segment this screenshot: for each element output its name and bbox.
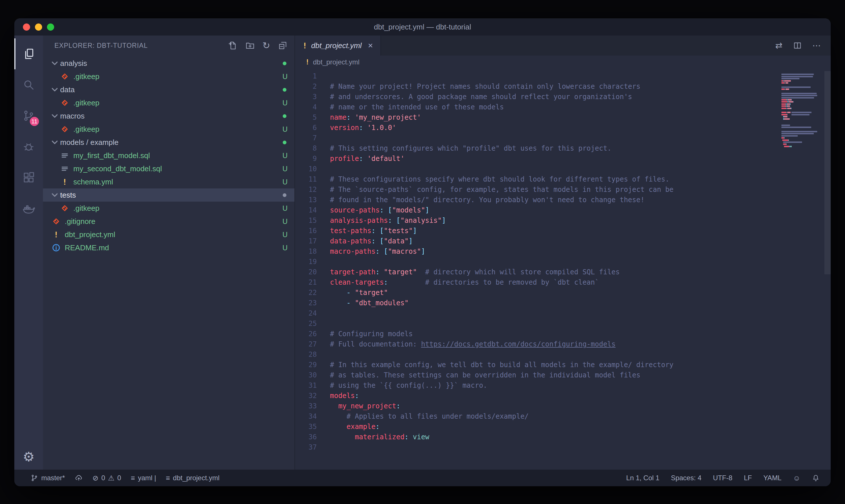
tree-file--gitignore[interactable]: .gitignoreU bbox=[43, 215, 294, 228]
code-line: 19 bbox=[295, 256, 831, 267]
line-number: 33 bbox=[295, 402, 319, 410]
tree-item-label: dbt_project.yml bbox=[65, 230, 115, 239]
code-line: 27# Full documentation: https://docs.get… bbox=[295, 339, 831, 349]
code-line: 23 - "dbt_modules" bbox=[295, 298, 831, 308]
tab-dbt-project-yml[interactable]: ! dbt_project.yml × bbox=[295, 36, 381, 56]
tree-file-my-second-dbt-model-sql[interactable]: my_second_dbt_model.sqlU bbox=[43, 162, 294, 175]
extensions-icon bbox=[22, 171, 35, 184]
code-line: 24 bbox=[295, 308, 831, 319]
line-number: 11 bbox=[295, 175, 319, 183]
editor-scrollbar[interactable] bbox=[824, 71, 831, 274]
activity-docker-button[interactable] bbox=[14, 193, 43, 224]
files-icon bbox=[23, 47, 36, 60]
code-line: 2# Name your project! Project names shou… bbox=[295, 81, 831, 92]
line-number: 31 bbox=[295, 381, 319, 390]
line-number: 8 bbox=[295, 144, 319, 152]
line-number: 7 bbox=[295, 134, 319, 142]
tree-file-readme-md[interactable]: README.mdU bbox=[43, 241, 294, 254]
line-number: 30 bbox=[295, 371, 319, 379]
line-number: 37 bbox=[295, 443, 319, 451]
minimap[interactable] bbox=[781, 72, 821, 150]
file-tree: analysis.gitkeepUdata.gitkeepUmacros.git… bbox=[43, 56, 294, 470]
tree-file-schema-yml[interactable]: !schema.ymlU bbox=[43, 175, 294, 188]
code-line: 11# These configurations specify where d… bbox=[295, 174, 831, 184]
line-number: 22 bbox=[295, 289, 319, 297]
more-actions-icon[interactable]: ⋯ bbox=[812, 41, 821, 50]
tree-item-label: analysis bbox=[60, 59, 87, 68]
tree-folder-data[interactable]: data bbox=[43, 83, 294, 96]
sql-file-icon bbox=[60, 151, 69, 160]
settings-button[interactable]: ⚙ bbox=[14, 444, 43, 470]
tree-file--gitkeep[interactable]: .gitkeepU bbox=[43, 96, 294, 109]
tree-item-label: models / example bbox=[60, 138, 119, 147]
tree-file-dbt-project-yml[interactable]: !dbt_project.ymlU bbox=[43, 228, 294, 241]
code-line: 37 bbox=[295, 442, 831, 452]
active-file-status-item[interactable]: ≡ dbt_project.yml bbox=[166, 474, 219, 482]
activity-explorer-button[interactable] bbox=[14, 38, 43, 69]
close-window-button[interactable] bbox=[23, 23, 30, 31]
code-editor[interactable]: 12# Name your project! Project names sho… bbox=[295, 69, 831, 470]
tree-folder-models-example[interactable]: models / example bbox=[43, 136, 294, 149]
tree-file--gitkeep[interactable]: .gitkeepU bbox=[43, 70, 294, 83]
code-line: 12# The `source-paths` config, for examp… bbox=[295, 184, 831, 195]
line-number: 14 bbox=[295, 206, 319, 214]
line-number: 23 bbox=[295, 299, 319, 307]
activity-source-control-button[interactable]: 11 bbox=[14, 100, 43, 131]
feedback-smiley-icon[interactable]: ☺ bbox=[793, 474, 800, 482]
problems-indicator[interactable]: ⊘ 0 ⚠ 0 bbox=[92, 474, 121, 482]
git-status-dot bbox=[283, 61, 286, 65]
zoom-window-button[interactable] bbox=[47, 23, 54, 31]
breadcrumb[interactable]: ! dbt_project.yml bbox=[295, 56, 831, 69]
yaml-warning-icon: ! bbox=[303, 41, 307, 50]
tree-folder-tests[interactable]: tests bbox=[43, 188, 294, 202]
git-file-icon bbox=[52, 217, 61, 226]
tree-folder-macros[interactable]: macros bbox=[43, 109, 294, 123]
code-line: 4# name or the intended use of these mod… bbox=[295, 102, 831, 112]
git-status-badge: U bbox=[283, 125, 288, 133]
new-folder-button[interactable] bbox=[245, 41, 255, 50]
activity-debug-button[interactable] bbox=[14, 131, 43, 162]
refresh-button[interactable]: ↻ bbox=[263, 41, 270, 50]
open-changes-icon[interactable]: ⇄ bbox=[775, 41, 783, 50]
line-number: 6 bbox=[295, 124, 319, 132]
tree-folder-analysis[interactable]: analysis bbox=[43, 57, 294, 70]
tree-file-my-first-dbt-model-sql[interactable]: my_first_dbt_model.sqlU bbox=[43, 149, 294, 162]
close-tab-icon[interactable]: × bbox=[368, 41, 373, 50]
git-file-icon bbox=[60, 98, 69, 107]
activity-search-button[interactable] bbox=[14, 69, 43, 100]
language-status-item[interactable]: ≡ yaml | bbox=[131, 474, 156, 482]
eol-setting[interactable]: LF bbox=[744, 474, 752, 482]
git-file-icon bbox=[60, 72, 69, 81]
tree-file--gitkeep[interactable]: .gitkeepU bbox=[43, 123, 294, 136]
source-control-badge: 11 bbox=[30, 117, 39, 126]
language-mode[interactable]: YAML bbox=[763, 474, 782, 482]
code-line: 31# using the `{{ config(...) }}` macro. bbox=[295, 380, 831, 391]
code-line: 13# found in the "models/" directory. Yo… bbox=[295, 195, 831, 205]
explorer-sidebar: EXPLORER: DBT-TUTORIAL ↻ analysis.gitkee… bbox=[43, 36, 295, 470]
tree-file--gitkeep[interactable]: .gitkeepU bbox=[43, 202, 294, 215]
code-line: 30# as tables. These settings can be ove… bbox=[295, 370, 831, 380]
git-status-badge: U bbox=[283, 165, 288, 173]
split-editor-icon[interactable] bbox=[793, 41, 802, 50]
minimize-window-button[interactable] bbox=[35, 23, 42, 31]
git-status-badge: U bbox=[283, 204, 288, 213]
git-branch-indicator[interactable]: master* bbox=[30, 474, 65, 482]
notifications-bell-icon[interactable] bbox=[812, 474, 820, 482]
list-icon: ≡ bbox=[166, 474, 170, 482]
gear-icon: ⚙ bbox=[23, 450, 34, 463]
new-file-button[interactable] bbox=[228, 41, 238, 50]
line-number: 17 bbox=[295, 237, 319, 245]
code-line: 17data-paths: ["data"] bbox=[295, 236, 831, 246]
activity-extensions-button[interactable] bbox=[14, 162, 43, 193]
code-line: 1 bbox=[295, 71, 831, 81]
window-title: dbt_project.yml — dbt-tutorial bbox=[14, 23, 831, 32]
code-line: 21clean-targets: # directories to be rem… bbox=[295, 277, 831, 288]
line-number: 24 bbox=[295, 309, 319, 317]
code-line: 32models: bbox=[295, 391, 831, 401]
cursor-position[interactable]: Ln 1, Col 1 bbox=[626, 474, 659, 482]
publish-button[interactable] bbox=[75, 474, 83, 482]
collapse-all-button[interactable] bbox=[278, 41, 288, 50]
encoding-setting[interactable]: UTF-8 bbox=[713, 474, 733, 482]
indentation-setting[interactable]: Spaces: 4 bbox=[671, 474, 701, 482]
title-bar[interactable]: dbt_project.yml — dbt-tutorial bbox=[14, 18, 831, 36]
